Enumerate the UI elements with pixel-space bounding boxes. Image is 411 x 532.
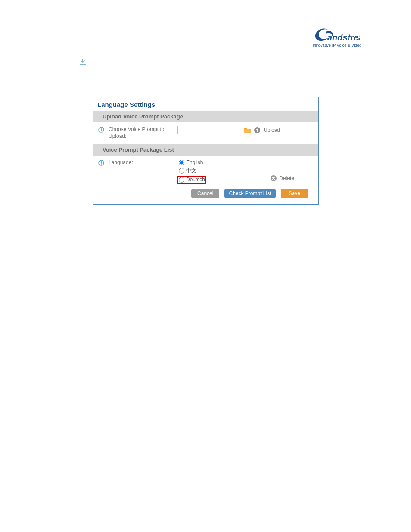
cancel-button[interactable]: Cancel bbox=[191, 189, 219, 198]
delete-label: Delete bbox=[279, 175, 294, 181]
svg-rect-8 bbox=[101, 162, 102, 165]
svg-rect-3 bbox=[101, 129, 102, 131]
list-section-header: Voice Prompt Package List bbox=[93, 144, 318, 156]
logo-tagline: Innovative IP Voice & Video bbox=[313, 43, 361, 47]
upload-section-header: Upload Voice Prompt Package bbox=[93, 111, 318, 122]
svg-rect-9 bbox=[101, 161, 102, 162]
language-label: Language: bbox=[109, 159, 177, 166]
upload-icon[interactable] bbox=[254, 127, 260, 133]
radio-chinese[interactable]: 中文 bbox=[177, 167, 206, 175]
radio-deutsch[interactable]: Deutsch bbox=[177, 176, 206, 184]
upload-button-label[interactable]: Upload bbox=[264, 127, 280, 133]
radio-chinese-label: 中文 bbox=[186, 167, 196, 174]
radio-english-label: English bbox=[186, 159, 203, 165]
button-row: Cancel Check Prompt List Save bbox=[93, 185, 318, 204]
upload-label: Choose Voice Prompt to Upload: bbox=[109, 126, 177, 140]
radio-english[interactable]: English bbox=[177, 159, 206, 166]
save-button[interactable]: Save bbox=[281, 189, 308, 198]
check-prompt-list-button[interactable]: Check Prompt List bbox=[224, 189, 275, 198]
radio-chinese-input[interactable] bbox=[179, 168, 184, 174]
radio-english-input[interactable] bbox=[179, 160, 184, 165]
upload-file-input[interactable] bbox=[177, 126, 240, 134]
svg-rect-4 bbox=[101, 128, 102, 129]
radio-deutsch-label: Deutsch bbox=[186, 177, 205, 183]
delete-button[interactable]: Delete bbox=[271, 175, 294, 181]
panel-title: Language Settings bbox=[93, 97, 318, 111]
delete-icon bbox=[271, 175, 277, 181]
svg-rect-1 bbox=[80, 64, 86, 65]
info-icon bbox=[98, 127, 106, 133]
info-icon bbox=[98, 160, 106, 166]
download-icon[interactable] bbox=[79, 58, 87, 68]
grandstream-logo: andstream Innovative IP Voice & Video bbox=[313, 26, 361, 47]
svg-text:andstream: andstream bbox=[327, 33, 360, 42]
folder-icon[interactable] bbox=[244, 127, 251, 133]
svg-rect-5 bbox=[244, 129, 251, 133]
radio-deutsch-input[interactable] bbox=[179, 177, 184, 183]
language-settings-panel: Language Settings Upload Voice Prompt Pa… bbox=[93, 97, 319, 205]
